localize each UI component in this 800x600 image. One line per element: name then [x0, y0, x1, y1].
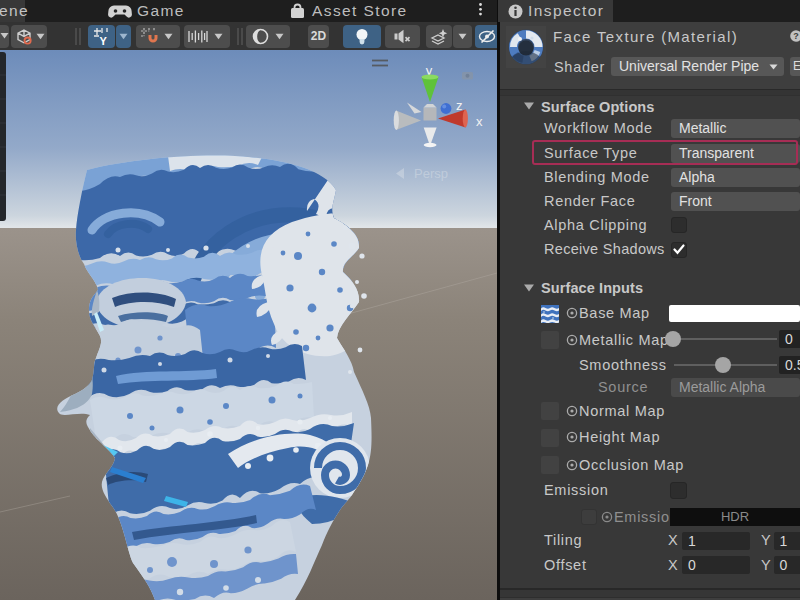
svg-text:z: z [456, 98, 463, 113]
svg-text:Y: Y [100, 35, 108, 47]
svg-text:x: x [476, 114, 483, 129]
svg-text:?: ? [793, 31, 799, 41]
svg-text:Persp: Persp [414, 166, 448, 181]
